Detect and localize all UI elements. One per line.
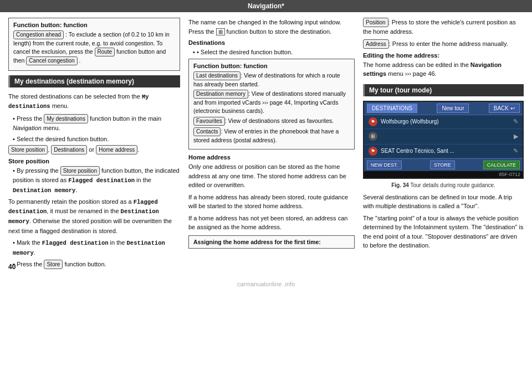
dest-icon-2: ⊞ [369, 132, 377, 141]
right-column: Position: Press to store the vehicle's c… [363, 18, 524, 271]
assign-box: Assigning the home address for the first… [188, 235, 355, 249]
position-pill: Position [363, 18, 388, 27]
last-dest-item: Last destinations: View of destinations … [193, 71, 350, 89]
fig-caption-text: Tour details during route guidance. [410, 182, 495, 188]
select-desired: • Select the desired function button. [188, 48, 355, 57]
dest-play-icon[interactable]: ▶ [514, 133, 518, 140]
last-destinations-pill: Last destinations [193, 71, 241, 80]
nav-row-2: ⊞ ▶ [364, 129, 523, 145]
nav-row-3: ⚑ SEAT Centro Técnico, Sant ... ✎ [364, 145, 523, 158]
func-box-1-text: Congestion ahead : To exclude a section … [13, 30, 175, 65]
watermark: carmanualonline .info [0, 281, 532, 287]
nav-bottom-bar: NEW DEST. STORE CALCULATE [364, 158, 523, 171]
func-box-1-title: Function button: function [13, 22, 175, 28]
dest-memory-item: Destination memory: View of destinations… [193, 90, 350, 115]
address-text: Address: Press to enter the home address… [363, 39, 524, 49]
route-pill: Route [95, 48, 115, 56]
func-box-2: Function button: function Last destinati… [188, 59, 355, 150]
stored-dest-text: The stored destinations can be selected … [8, 92, 180, 112]
store-pos-text1: By pressing the Store position function … [8, 166, 180, 195]
assign-box-title: Assigning the home address for the first… [193, 239, 350, 245]
contacts-pill: Contacts [193, 127, 221, 136]
func-box-1: Function button: function Congestion ahe… [8, 18, 180, 71]
home-addr-text2: If a home address has already been store… [188, 193, 355, 211]
page-number: 40 [8, 263, 16, 271]
mark-flagged: Mark the Flagged destination in the Dest… [8, 238, 180, 258]
section-bar-text: My destinations (destination memory) [14, 78, 134, 85]
destination-memory-pill: Destination memory [193, 90, 248, 99]
favourites-pill: Favourites [193, 117, 225, 126]
store-button[interactable]: STORE [430, 161, 455, 169]
select-func-btn: Select the desired function button. [8, 135, 180, 144]
destinations-heading: Destinations [188, 39, 355, 46]
dest-text-3: SEAT Centro Técnico, Sant ... [381, 148, 510, 154]
home-address-pill-left: Home address [96, 145, 137, 154]
header-title: Navigation* [248, 2, 284, 10]
dest-edit-icon-1[interactable]: ✎ [513, 118, 518, 125]
address-pill: Address [363, 39, 389, 49]
new-dest-button[interactable]: NEW DEST. [367, 161, 402, 169]
cancel-congestion-pill: Cancel congestion [26, 56, 77, 65]
dest-icon-1: ⚑ [369, 117, 377, 126]
nav-row-1: ⚑ Wolfsburgo (Wolfsburg) ✎ [364, 115, 523, 129]
position-text: Position: Press to store the vehicle's c… [363, 18, 524, 37]
nav-top-bar: DESTINATIONS New tour BACK ↩ [364, 102, 523, 115]
several-dest-text: Several destinations can be defined in t… [363, 193, 524, 211]
store-position-pill: Store position [8, 145, 48, 154]
congestion-ahead-pill: Congestion ahead [13, 30, 64, 39]
store-pill: Store [44, 260, 63, 269]
destinations-pill-left: Destinations [51, 145, 87, 154]
dest-edit-icon-3[interactable]: ✎ [513, 147, 518, 154]
favourites-item: Favourites: View of destinations stored … [193, 117, 350, 126]
my-destinations-pill: My destinations [44, 114, 88, 123]
intro-text: The name can be changed in the following… [188, 18, 355, 36]
home-addr-text3: If a home address has not yet been store… [188, 214, 355, 232]
editing-home-heading: Editing the home address: [363, 52, 524, 59]
my-tour-section: My tour (tour mode) [363, 84, 524, 96]
my-destinations-section: My destinations (destination memory) [8, 75, 180, 87]
func-box-2-title: Function button: function [193, 63, 350, 69]
store-position-heading: Store position [8, 158, 180, 164]
fig-caption: Fig. 34 Tour details during route guidan… [363, 182, 524, 188]
press-my-dest: Press the My destinations function butto… [8, 114, 180, 133]
button-pills-row: Store position, Destinations or Home add… [8, 145, 180, 154]
home-address-heading: Home address [188, 154, 355, 161]
press-store: Press the Store function button. [8, 260, 180, 269]
dest-text-1: Wolfsburgo (Wolfsburg) [381, 118, 510, 125]
page-header: Navigation* [0, 0, 532, 12]
back-button[interactable]: BACK ↩ [489, 104, 520, 113]
editing-text: The home address can be edited in the Na… [363, 60, 524, 79]
middle-column: The name can be changed in the following… [188, 18, 355, 271]
new-tour-tab[interactable]: New tour [437, 104, 469, 113]
starting-point-text: The "starting point" of a tour is always… [363, 214, 524, 250]
fig-id: 85F-0712 [364, 171, 523, 178]
back-arrow-icon: ↩ [510, 105, 515, 111]
contacts-item: Contacts: View of entries in the phonebo… [193, 127, 350, 145]
calculate-button[interactable]: CALCULATE [483, 161, 520, 169]
tour-section-title: My tour (tour mode) [369, 86, 432, 94]
destinations-tab[interactable]: DESTINATIONS [367, 104, 417, 113]
store-position-pill2: Store position [60, 166, 100, 176]
home-addr-text1: Only one address or position can be stor… [188, 162, 355, 190]
store-pos-text2: To permanently retain the position store… [8, 197, 180, 236]
nav-screen: DESTINATIONS New tour BACK ↩ ⚑ Wolfsburg… [363, 101, 524, 179]
dest-icon-3: ⚑ [369, 147, 377, 156]
page-body: Function button: function Congestion ahe… [0, 12, 532, 276]
back-label: BACK [494, 105, 509, 111]
left-column: Function button: function Congestion ahe… [8, 18, 180, 271]
